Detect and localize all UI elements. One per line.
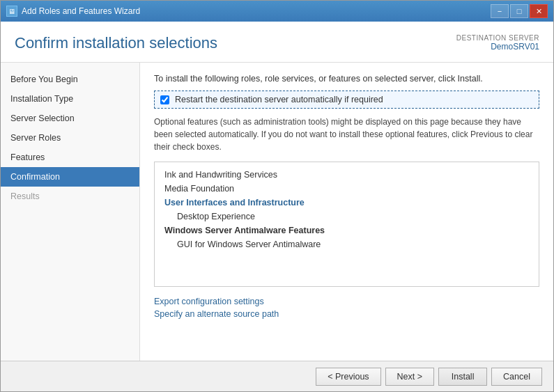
feature-media: Media Foundation — [155, 182, 539, 196]
next-button[interactable]: Next > — [385, 368, 434, 386]
links-section: Export configuration settings Specify an… — [154, 297, 539, 319]
intro-text: To install the following roles, role ser… — [154, 74, 539, 84]
wizard-window: 🖥 Add Roles and Features Wizard − □ ✕ Co… — [0, 0, 554, 392]
cancel-button[interactable]: Cancel — [491, 368, 542, 386]
sidebar-item-results: Results — [1, 187, 139, 206]
sidebar-item-server-selection[interactable]: Server Selection — [1, 109, 139, 128]
feature-gui-antimalware: GUI for Windows Server Antimalware — [155, 237, 539, 251]
main-body: Before You Begin Installation Type Serve… — [1, 63, 553, 361]
export-config-link[interactable]: Export configuration settings — [154, 297, 539, 306]
alternate-source-link[interactable]: Specify an alternate source path — [154, 309, 539, 319]
content-area: Confirm installation selections DESTINAT… — [1, 22, 553, 361]
titlebar-controls: − □ ✕ — [491, 4, 548, 18]
restart-checkbox-label: Restart the destination server automatic… — [175, 95, 383, 104]
feature-antimalware: Windows Server Antimalware Features — [155, 224, 539, 237]
sidebar-item-features[interactable]: Features — [1, 148, 139, 167]
destination-server-info: DESTINATION SERVER DemoSRV01 — [456, 34, 539, 52]
destination-label: DESTINATION SERVER — [456, 34, 539, 42]
feature-ui: User Interfaces and Infrastructure — [155, 196, 539, 210]
optional-text: Optional features (such as administratio… — [154, 116, 539, 153]
install-button[interactable]: Install — [438, 368, 487, 386]
content-panel: To install the following roles, role ser… — [140, 63, 553, 361]
header-section: Confirm installation selections DESTINAT… — [1, 22, 553, 63]
feature-desktop: Desktop Experience — [155, 210, 539, 224]
sidebar: Before You Begin Installation Type Serve… — [1, 63, 140, 361]
sidebar-item-installation-type[interactable]: Installation Type — [1, 89, 139, 109]
footer: < Previous Next > Install Cancel — [1, 361, 553, 391]
titlebar-icon: 🖥 — [6, 6, 17, 17]
feature-ink: Ink and Handwriting Services — [155, 168, 539, 182]
sidebar-item-confirmation[interactable]: Confirmation — [1, 167, 139, 187]
restart-checkbox[interactable] — [160, 95, 169, 104]
previous-button[interactable]: < Previous — [316, 368, 380, 386]
sidebar-item-server-roles[interactable]: Server Roles — [1, 128, 139, 148]
features-box: Ink and Handwriting Services Media Found… — [154, 162, 539, 287]
titlebar-title: Add Roles and Features Wizard — [22, 6, 491, 16]
destination-name: DemoSRV01 — [456, 42, 539, 52]
minimize-button[interactable]: − — [491, 4, 509, 18]
close-button[interactable]: ✕ — [530, 4, 548, 18]
titlebar: 🖥 Add Roles and Features Wizard − □ ✕ — [1, 1, 553, 22]
sidebar-item-before-you-begin[interactable]: Before You Begin — [1, 70, 139, 89]
maximize-button[interactable]: □ — [510, 4, 528, 18]
page-title: Confirm installation selections — [15, 34, 217, 52]
restart-checkbox-row: Restart the destination server automatic… — [154, 91, 539, 109]
